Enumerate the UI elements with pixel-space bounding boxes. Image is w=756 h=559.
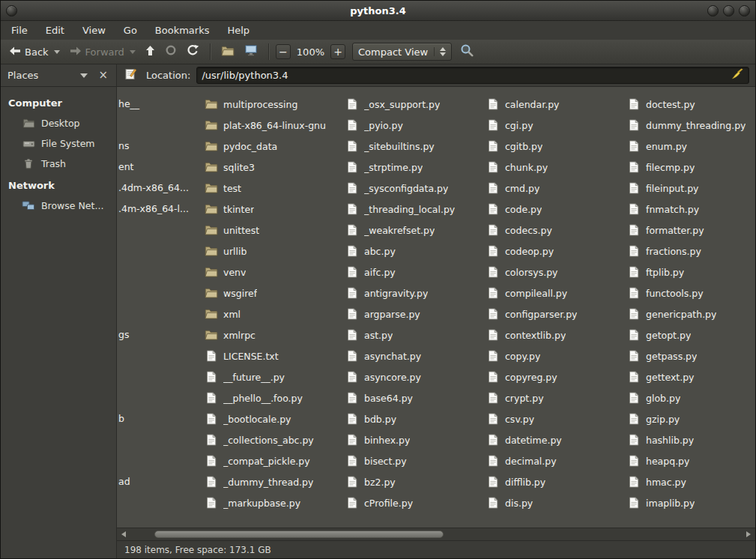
search-button[interactable] — [460, 43, 474, 60]
file-item-hmac-py[interactable]: hmac.py — [627, 471, 755, 492]
file-item-plat-x86-64-linux-gnu[interactable]: plat-x86_64-linux-gnu — [205, 115, 344, 136]
file-item-cmd-py[interactable]: cmd.py — [486, 178, 626, 199]
view-mode-select[interactable]: Compact View — [352, 43, 452, 61]
back-button[interactable]: Back — [5, 43, 64, 61]
file-item-contextlib-py[interactable]: contextlib.py — [486, 324, 626, 345]
stop-button[interactable] — [161, 42, 181, 61]
zoom-in-button[interactable]: + — [330, 44, 345, 59]
file-item-ast-py[interactable]: ast.py — [345, 324, 485, 345]
file-item-sitebuiltins-py[interactable]: _sitebuiltins.py — [345, 136, 485, 157]
file-item-compileall-py[interactable]: compileall.py — [486, 282, 626, 303]
menu-bookmarks[interactable]: Bookmarks — [146, 21, 219, 40]
menu-view[interactable]: View — [73, 21, 115, 40]
close-sidebar-icon[interactable]: × — [97, 70, 109, 81]
refresh-button[interactable] — [183, 42, 203, 61]
sidebar-item-file-system[interactable]: File System — [1, 133, 116, 154]
menu-file[interactable]: File — [2, 21, 37, 40]
file-item-chunk-py[interactable]: chunk.py — [486, 157, 626, 178]
file-item-license-txt[interactable]: LICENSE.txt — [205, 345, 344, 366]
edit-location-button[interactable] — [123, 66, 140, 85]
file-item-copy-py[interactable]: copy.py — [486, 345, 626, 366]
file-item-antigravity-py[interactable]: antigravity.py — [345, 282, 485, 303]
file-item-functools-py[interactable]: functools.py — [627, 282, 755, 303]
file-item-enum-py[interactable]: enum.py — [627, 136, 755, 157]
file-item-threading-local-py[interactable]: _threading_local.py — [345, 199, 485, 220]
menu-go[interactable]: Go — [115, 21, 146, 40]
clear-brush-icon[interactable] — [731, 68, 744, 82]
menu-help[interactable]: Help — [218, 21, 258, 40]
file-item-bisect-py[interactable]: bisect.py — [345, 450, 485, 471]
file-item-ftplib-py[interactable]: ftplib.py — [627, 262, 755, 282]
file-item-sysconfigdata-py[interactable]: _sysconfigdata.py — [345, 178, 485, 199]
file-item-copyreg-py[interactable]: copyreg.py — [486, 366, 626, 387]
minimize-button[interactable] — [707, 5, 719, 16]
file-item-aifc-py[interactable]: aifc.py — [345, 262, 485, 282]
file-item-tkinter[interactable]: tkinter — [205, 199, 344, 220]
file-item-asyncore-py[interactable]: asyncore.py — [345, 366, 485, 387]
file-item-xmlrpc[interactable]: xmlrpc — [205, 324, 344, 345]
file-item-venv[interactable]: venv — [205, 262, 344, 282]
file-item-dummy-thread-py[interactable]: _dummy_thread.py — [205, 471, 344, 492]
scroll-right-icon[interactable] — [743, 528, 755, 540]
file-item-bootlocale-py[interactable]: _bootlocale.py — [205, 408, 344, 429]
maximize-button[interactable] — [723, 5, 734, 16]
file-item-clipped[interactable]: .4dm-x86_64... — [118, 178, 189, 199]
file-item-hashlib-py[interactable]: hashlib.py — [627, 429, 755, 450]
file-item-fnmatch-py[interactable]: fnmatch.py — [627, 199, 755, 220]
file-item-asynchat-py[interactable]: asynchat.py — [345, 345, 485, 366]
file-item-wsgiref[interactable]: wsgiref — [205, 282, 344, 303]
places-dropdown-icon[interactable] — [80, 73, 88, 78]
file-item-osx-support-py[interactable]: _osx_support.py — [345, 94, 485, 115]
up-button[interactable] — [142, 43, 159, 61]
file-item-configparser-py[interactable]: configparser.py — [486, 303, 626, 324]
file-item-difflib-py[interactable]: difflib.py — [486, 471, 626, 492]
sidebar-item-trash[interactable]: Trash — [1, 154, 116, 174]
file-item-fileinput-py[interactable]: fileinput.py — [627, 178, 755, 199]
file-item-compat-pickle-py[interactable]: _compat_pickle.py — [205, 450, 344, 471]
file-item-unittest[interactable]: unittest — [205, 220, 344, 241]
file-item-fractions-py[interactable]: fractions.py — [627, 241, 755, 262]
file-item-getopt-py[interactable]: getopt.py — [627, 324, 755, 345]
file-item-filecmp-py[interactable]: filecmp.py — [627, 157, 755, 178]
file-item-pyio-py[interactable]: _pyio.py — [345, 115, 485, 136]
file-item-urllib[interactable]: urllib — [205, 241, 344, 262]
sidebar-item-desktop[interactable]: Desktop — [1, 113, 116, 133]
file-item-argparse-py[interactable]: argparse.py — [345, 303, 485, 324]
file-item-phello-foo-py[interactable]: __phello__.foo.py — [205, 387, 344, 408]
scrollbar-thumb[interactable] — [154, 531, 444, 538]
location-input[interactable] — [202, 70, 731, 81]
file-item-weakrefset-py[interactable]: _weakrefset.py — [345, 220, 485, 241]
file-item-clipped[interactable]: he__ — [118, 94, 139, 115]
file-item-strptime-py[interactable]: _strptime.py — [345, 157, 485, 178]
file-item-dummy-threading-py[interactable]: dummy_threading.py — [627, 115, 755, 136]
file-item-glob-py[interactable]: glob.py — [627, 387, 755, 408]
file-item-clipped[interactable]: b — [118, 408, 124, 429]
file-item-crypt-py[interactable]: crypt.py — [486, 387, 626, 408]
file-item-colorsys-py[interactable]: colorsys.py — [486, 262, 626, 282]
file-item-calendar-py[interactable]: calendar.py — [486, 94, 626, 115]
file-item-datetime-py[interactable]: datetime.py — [486, 429, 626, 450]
file-item-pydoc-data[interactable]: pydoc_data — [205, 136, 344, 157]
file-item-cprofile-py[interactable]: cProfile.py — [345, 492, 485, 513]
zoom-out-button[interactable]: − — [276, 44, 291, 59]
file-pane[interactable]: multiprocessingplat-x86_64-linux-gnupydo… — [117, 87, 755, 528]
scroll-left-icon[interactable] — [118, 528, 130, 540]
file-item-cgitb-py[interactable]: cgitb.py — [486, 136, 626, 157]
file-item-formatter-py[interactable]: formatter.py — [627, 220, 755, 241]
new-folder-button[interactable] — [217, 43, 238, 61]
file-item-csv-py[interactable]: csv.py — [486, 408, 626, 429]
file-item-gzip-py[interactable]: gzip.py — [627, 408, 755, 429]
file-item-bz2-py[interactable]: bz2.py — [345, 471, 485, 492]
file-item-markupbase-py[interactable]: _markupbase.py — [205, 492, 344, 513]
file-item-test[interactable]: test — [205, 178, 344, 199]
file-item-gettext-py[interactable]: gettext.py — [627, 366, 755, 387]
file-item-clipped[interactable]: ent — [118, 157, 134, 178]
file-item-multiprocessing[interactable]: multiprocessing — [205, 94, 344, 115]
file-item-collections-abc-py[interactable]: _collections_abc.py — [205, 429, 344, 450]
file-item-future-py[interactable]: __future__.py — [205, 366, 344, 387]
desktop-button[interactable] — [241, 42, 261, 61]
file-item-clipped[interactable]: ad — [118, 471, 130, 492]
sidebar-item-browse-net[interactable]: Browse Net... — [1, 196, 116, 216]
file-item-sqlite3[interactable]: sqlite3 — [205, 157, 344, 178]
file-item-base64-py[interactable]: base64.py — [345, 387, 485, 408]
